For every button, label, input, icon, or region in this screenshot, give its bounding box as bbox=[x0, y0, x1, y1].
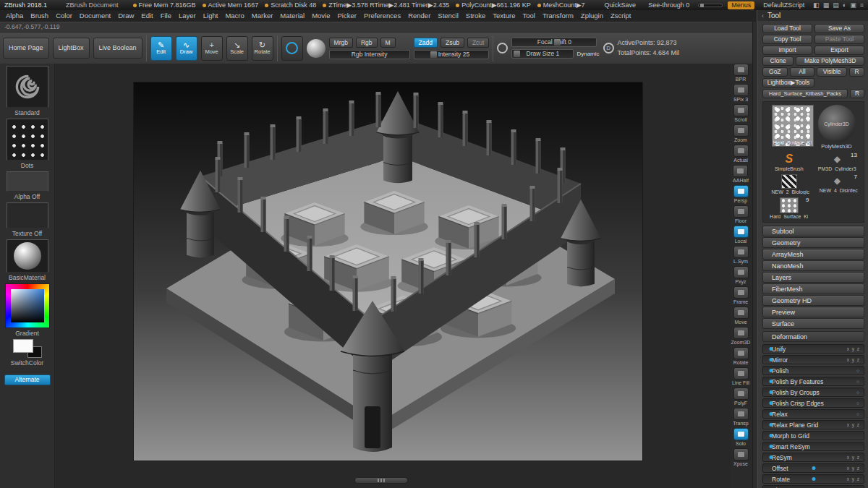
deformation-slider[interactable]: Polish By Features ○ bbox=[762, 377, 864, 386]
menu-item[interactable]: Movie bbox=[308, 10, 333, 22]
r-button-2[interactable]: R bbox=[850, 89, 864, 98]
brush-thumbnail[interactable] bbox=[7, 66, 48, 108]
material-thumbnail[interactable] bbox=[7, 239, 48, 273]
strip-button[interactable]: PolyF bbox=[733, 388, 749, 406]
save-as-button[interactable]: Save As bbox=[814, 24, 864, 33]
rgb-button[interactable]: Rgb bbox=[356, 38, 378, 48]
strip-button[interactable]: AAHalf bbox=[733, 165, 749, 183]
slider-handle[interactable] bbox=[770, 401, 773, 405]
menu-item[interactable]: Zplugin bbox=[577, 10, 607, 22]
titlebar-icon[interactable]: ◧ bbox=[813, 1, 820, 9]
strip-button[interactable]: Zoom3D bbox=[731, 327, 751, 345]
axis-markers[interactable]: x y z bbox=[847, 346, 860, 351]
switch-color-swatch[interactable] bbox=[11, 339, 44, 358]
deformation-slider[interactable]: ReSym x y z bbox=[762, 453, 864, 462]
menu-item[interactable]: Picker bbox=[334, 10, 360, 22]
current-texture[interactable]: Texture Off bbox=[7, 202, 48, 237]
menu-item[interactable]: Marker bbox=[248, 10, 277, 22]
slider-handle[interactable] bbox=[770, 412, 773, 416]
menu-item[interactable]: Material bbox=[276, 10, 308, 22]
gradient-label[interactable]: Gradient bbox=[15, 330, 39, 337]
stroke-preview-icon[interactable] bbox=[307, 39, 326, 58]
current-brush[interactable]: Standard bbox=[7, 66, 48, 116]
deformation-slider[interactable]: Smart ReSym bbox=[762, 442, 864, 451]
viewport-3d[interactable] bbox=[134, 82, 642, 461]
strip-button[interactable]: Xpose bbox=[733, 448, 749, 466]
strip-button[interactable]: Rotate bbox=[733, 347, 749, 365]
axis-markers[interactable]: x y z bbox=[847, 476, 860, 481]
polymesh-thumbnail[interactable]: Cylinder3D PolyMesh3D bbox=[818, 105, 856, 150]
load-tool-button[interactable]: Load Tool bbox=[762, 24, 812, 33]
strip-button[interactable]: Floor bbox=[733, 205, 749, 223]
seethrough-slider[interactable] bbox=[698, 4, 723, 7]
axis-markers[interactable]: x y z bbox=[847, 357, 860, 362]
deformation-section-header[interactable]: Deformation bbox=[762, 331, 864, 342]
menu-item[interactable]: Brush bbox=[27, 10, 52, 22]
titlebar-icon[interactable]: ◐ bbox=[843, 1, 846, 9]
deformation-slider[interactable]: Rotate x y z bbox=[762, 474, 864, 484]
copy-tool-button[interactable]: Copy Tool bbox=[762, 35, 812, 44]
alpha-thumbnail[interactable] bbox=[7, 171, 48, 192]
strip-button[interactable]: Persp bbox=[733, 185, 749, 203]
slider-handle[interactable] bbox=[770, 380, 773, 383]
draw-size-slider[interactable]: Draw Size 1 bbox=[511, 49, 574, 59]
menu-item[interactable]: Stroke bbox=[462, 10, 489, 22]
palette-section[interactable]: Surface bbox=[762, 318, 864, 329]
kitbash-packs-button[interactable]: Hard_Surface_Kitbash_Packs bbox=[762, 89, 848, 98]
strip-button[interactable]: SPix 3 bbox=[733, 84, 749, 102]
deformation-slider[interactable]: Offset x y z bbox=[762, 463, 864, 473]
dynamic-toggle[interactable]: Dynamic bbox=[576, 51, 599, 57]
menu-item[interactable]: Tool bbox=[519, 10, 538, 22]
strip-button[interactable]: Solo bbox=[733, 428, 749, 446]
current-stroke[interactable]: Dots bbox=[7, 119, 48, 169]
strip-button[interactable]: Zoom bbox=[733, 124, 749, 142]
deformation-slider[interactable]: Morph to Grid bbox=[762, 431, 864, 440]
all-button[interactable]: All bbox=[790, 67, 815, 77]
edit-mode-button[interactable]: ✎Edit bbox=[150, 36, 172, 61]
draw-mode-button[interactable]: ∿Draw bbox=[176, 36, 197, 61]
tool-panel-header[interactable]: ‹ Tool bbox=[757, 10, 868, 21]
menu-item[interactable]: Zscript bbox=[607, 10, 635, 22]
menu-item[interactable]: File bbox=[157, 10, 175, 22]
import-button[interactable]: Import bbox=[762, 46, 812, 55]
stroke-thumbnail[interactable] bbox=[7, 119, 48, 160]
menu-item[interactable]: Document bbox=[76, 10, 114, 22]
menu-item[interactable]: Draw bbox=[114, 10, 137, 22]
slider-handle[interactable] bbox=[770, 455, 773, 459]
m-button[interactable]: M bbox=[380, 38, 396, 48]
axis-markers[interactable]: ○ bbox=[856, 390, 860, 395]
strip-button[interactable]: Local bbox=[733, 226, 749, 244]
deformation-slider[interactable]: Polish Crisp Edges ○ bbox=[762, 398, 864, 408]
alternate-button[interactable]: Alternate bbox=[4, 374, 51, 385]
home-page-button[interactable]: Home Page bbox=[3, 38, 49, 59]
recent-tool[interactable]: SimpleBrush bbox=[766, 152, 812, 171]
deformation-slider[interactable]: Relax Plane Grid x y z bbox=[762, 420, 864, 429]
deformation-slider[interactable]: Mirror x y z bbox=[762, 355, 864, 364]
canvas-scrollbar[interactable] bbox=[354, 477, 408, 484]
palette-section[interactable]: Layers bbox=[762, 272, 864, 283]
slider-handle[interactable] bbox=[554, 39, 561, 46]
slider-handle[interactable] bbox=[812, 477, 815, 481]
slider-handle[interactable] bbox=[514, 51, 520, 57]
axis-markers[interactable]: ○ bbox=[856, 401, 860, 406]
seethrough-slider-label[interactable]: See-through 0 bbox=[644, 1, 693, 9]
paste-tool-button[interactable]: Paste Tool bbox=[814, 35, 864, 44]
slider-handle[interactable] bbox=[812, 466, 815, 470]
deformation-slider[interactable]: Size x y z bbox=[762, 485, 864, 488]
deformation-slider[interactable]: Polish By Groups ○ bbox=[762, 388, 864, 397]
strip-button[interactable]: Frame bbox=[733, 286, 749, 304]
focal-shift-slider[interactable]: Focal Shift 0 bbox=[511, 38, 597, 47]
zadd-button[interactable]: Zadd bbox=[414, 38, 438, 48]
strip-button[interactable]: Move bbox=[733, 307, 749, 325]
color-picker-cell[interactable]: Gradient bbox=[5, 283, 50, 337]
switch-color-cell[interactable]: SwitchColor bbox=[11, 339, 44, 367]
palette-section[interactable]: Geometry bbox=[762, 237, 864, 248]
goz-button[interactable]: GoZ bbox=[762, 67, 788, 77]
active-tool-thumbnail[interactable]: Hard_Surface_Ki bbox=[772, 105, 814, 147]
recent-tool[interactable]: _NEW_2_Biologic bbox=[766, 174, 812, 194]
strip-button[interactable]: Transp bbox=[733, 408, 749, 426]
deformation-slider[interactable]: Relax ○ bbox=[762, 409, 864, 419]
titlebar-icon[interactable]: ▣ bbox=[850, 1, 856, 9]
axis-markers[interactable]: x y z bbox=[847, 422, 860, 427]
menu-item[interactable]: Macro bbox=[221, 10, 247, 22]
